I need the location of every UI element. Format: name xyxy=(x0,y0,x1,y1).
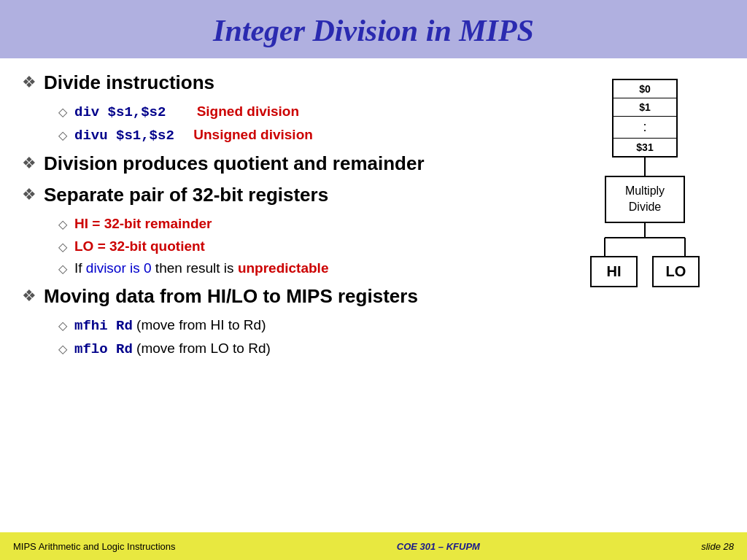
code-divu: divu $s1,$s2 xyxy=(74,128,174,144)
code-mflo: mflo Rd xyxy=(74,341,133,357)
footer-right: slide 28 xyxy=(701,541,734,552)
bullet-diamond-4: ❖ xyxy=(22,287,36,306)
sub-text-hi: HI = 32-bit remainder xyxy=(74,215,212,233)
sub-text-div: div $s1,$s2 Signed division xyxy=(74,103,299,122)
reg-cell-0: $0 xyxy=(614,80,676,98)
desc-mflo: (move from LO to Rd) xyxy=(136,341,271,356)
slide-header: Integer Division in MIPS xyxy=(0,0,747,58)
sub-text-divisor: If divisor is 0 then result is unpredict… xyxy=(74,260,328,278)
connector-svg-bottom xyxy=(579,223,711,256)
register-stack: $0 $1 : $31 xyxy=(612,79,678,158)
desc-mfhi: (move from HI to Rd) xyxy=(136,317,266,332)
sub-diamond-hi: ◇ xyxy=(58,217,67,231)
sub-item-divisor: ◇ If divisor is 0 then result is unpredi… xyxy=(58,260,557,278)
sub-item-divu: ◇ divu $s1,$s2 Unsigned division xyxy=(58,126,557,145)
bullet-3: ❖ Separate pair of 32-bit registers xyxy=(22,184,557,206)
slide-title: Integer Division in MIPS xyxy=(7,13,740,48)
bullet-diamond-3: ❖ xyxy=(22,185,36,204)
sub-items-4: ◇ mfhi Rd (move from HI to Rd) ◇ mflo Rd… xyxy=(58,316,557,358)
divide-label: Divide xyxy=(629,201,661,213)
sub-diamond-mflo: ◇ xyxy=(58,342,67,356)
main-content: ❖ Divide instructions ◇ div $s1,$s2 Sign… xyxy=(0,58,747,510)
code-mfhi: mfhi Rd xyxy=(74,318,133,334)
sub-diamond-mfhi: ◇ xyxy=(58,319,67,332)
hi-box: HI xyxy=(590,256,638,287)
sub-diamond-1: ◇ xyxy=(58,105,67,119)
sub-items-3: ◇ HI = 32-bit remainder ◇ LO = 32-bit qu… xyxy=(58,215,557,278)
diagram-wrapper: $0 $1 : $31 Multiply Divide xyxy=(579,79,711,287)
text-divisor-is-0: divisor is 0 xyxy=(86,260,152,276)
lo-box: LO xyxy=(652,256,700,287)
sub-item-div: ◇ div $s1,$s2 Signed division xyxy=(58,103,557,122)
sub-text-lo: LO = 32-bit quotient xyxy=(74,238,205,256)
reg-cell-1: $1 xyxy=(614,98,676,117)
footer: MIPS Arithmetic and Logic Instructions C… xyxy=(0,532,747,560)
sub-items-1: ◇ div $s1,$s2 Signed division ◇ divu $s1… xyxy=(58,103,557,144)
reg-cell-dots: : xyxy=(614,117,676,139)
connector-svg-top xyxy=(612,158,678,176)
sub-item-mflo: ◇ mflo Rd (move from LO to Rd) xyxy=(58,340,557,359)
reg-cell-31: $31 xyxy=(614,139,676,156)
sub-diamond-lo: ◇ xyxy=(58,240,67,254)
left-content: ❖ Divide instructions ◇ div $s1,$s2 Sign… xyxy=(22,71,565,510)
bullet-4: ❖ Moving data from HI/LO to MIPS registe… xyxy=(22,285,557,308)
bullet-diamond-2: ❖ xyxy=(22,154,36,173)
sub-text-mfhi: mfhi Rd (move from HI to Rd) xyxy=(74,316,266,335)
bullet-text-1: Divide instructions xyxy=(44,71,214,94)
footer-left: MIPS Arithmetic and Logic Instructions xyxy=(13,541,176,552)
hilo-boxes: HI LO xyxy=(579,256,711,287)
sub-item-hi: ◇ HI = 32-bit remainder xyxy=(58,215,557,233)
bullet-1: ❖ Divide instructions xyxy=(22,71,557,94)
text-unpredictable: unpredictable xyxy=(238,260,329,276)
bullet-text-2: Division produces quotient and remainder xyxy=(44,152,425,175)
bullet-text-4: Moving data from HI/LO to MIPS registers xyxy=(44,285,418,308)
code-div: div $s1,$s2 xyxy=(74,104,166,120)
label-signed: Signed division xyxy=(197,104,299,119)
sub-item-lo: ◇ LO = 32-bit quotient xyxy=(58,238,557,256)
bullet-diamond-1: ❖ xyxy=(22,73,36,92)
multiply-divide-box: Multiply Divide xyxy=(605,176,685,223)
sub-text-mflo: mflo Rd (move from LO to Rd) xyxy=(74,340,271,359)
sub-diamond-2: ◇ xyxy=(58,128,67,142)
label-unsigned: Unsigned division xyxy=(193,127,313,142)
sub-diamond-div0: ◇ xyxy=(58,262,67,276)
right-diagram: $0 $1 : $31 Multiply Divide xyxy=(565,71,725,510)
bullet-2: ❖ Division produces quotient and remaind… xyxy=(22,152,557,175)
multiply-label: Multiply xyxy=(625,184,665,197)
sub-text-divu: divu $s1,$s2 Unsigned division xyxy=(74,126,313,145)
bullet-text-3: Separate pair of 32-bit registers xyxy=(44,184,328,206)
footer-center: COE 301 – KFUPM xyxy=(397,541,480,552)
sub-item-mfhi: ◇ mfhi Rd (move from HI to Rd) xyxy=(58,316,557,335)
